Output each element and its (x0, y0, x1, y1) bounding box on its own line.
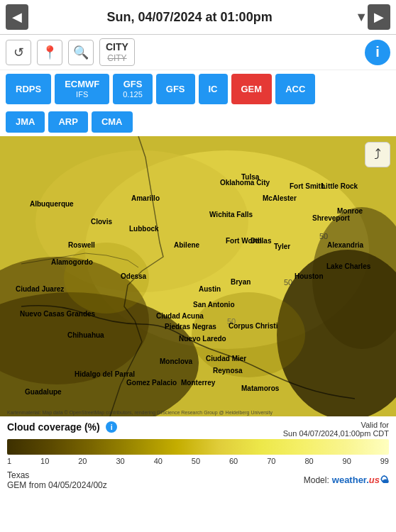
location-icon: 📍 (42, 45, 57, 60)
nav-bar: ◀ Sun, 04/07/2024 at 01:00pm ▼ ▶ (0, 0, 396, 35)
legend-label-90: 90 (343, 457, 351, 465)
legend-label-20: 20 (78, 457, 87, 465)
legend-label-70: 70 (267, 457, 275, 465)
svg-point-8 (64, 243, 149, 314)
next-button[interactable]: ▶ (368, 4, 390, 30)
model-btn-jma[interactable]: JMA (6, 111, 45, 133)
legend-area: Cloud coverage (%) i Valid for Sun 04/07… (0, 416, 396, 468)
legend-label-99: 99 (380, 457, 389, 465)
model-btn-rdps[interactable]: RDPS (6, 74, 51, 104)
legend-labels: 110203040506070809099 (7, 457, 389, 465)
footer-model-run: GEM from 04/05/2024/00z (7, 480, 107, 490)
model-btn-ic[interactable]: IC (199, 74, 228, 104)
toolbar: ↺ 📍 🔍 CITY CITY i (0, 35, 396, 70)
model-btn-arp[interactable]: ARP (48, 111, 87, 133)
refresh-button[interactable]: ↺ (6, 40, 31, 65)
map-container: 50 50 50 Kartenmaterial: Map data © Open… (0, 136, 396, 416)
legend-title-group: Cloud coverage (%) i (7, 421, 117, 433)
search-icon: 🔍 (73, 45, 89, 60)
model-row-2: JMAARPCMA (0, 108, 396, 136)
weather-map: 50 50 50 Kartenmaterial: Map data © Open… (0, 136, 396, 416)
nav-date: Sun, 04/07/2024 at 01:00pm (28, 10, 351, 25)
svg-text:50: 50 (227, 317, 236, 326)
city-button[interactable]: CITY CITY (99, 38, 135, 66)
refresh-icon: ↺ (13, 45, 24, 60)
model-btn-gfs[interactable]: GFS (156, 74, 195, 104)
location-button[interactable]: 📍 (37, 40, 62, 65)
model-btn-acc[interactable]: ACC (275, 74, 315, 104)
svg-point-7 (192, 292, 305, 377)
footer-row: Texas GEM from 04/05/2024/00z Model: wea… (0, 468, 396, 492)
model-row-1: RDPSECMWFIFSGFS0.125GFSICGEMACC (0, 70, 396, 108)
share-button[interactable]: ⤴ (365, 142, 390, 167)
legend-label-80: 80 (304, 457, 313, 465)
svg-text:50: 50 (284, 278, 292, 287)
model-btn-ecmwf[interactable]: ECMWFIFS (55, 74, 109, 104)
legend-title: Cloud coverage (%) (7, 421, 100, 433)
legend-label-10: 10 (40, 457, 49, 465)
legend-label-40: 40 (154, 457, 163, 465)
model-btn-gem[interactable]: GEM (231, 74, 273, 104)
footer-right: Model: weather.us🌤 (304, 475, 389, 485)
prev-button[interactable]: ◀ (6, 4, 28, 30)
legend-info-circle[interactable]: i (106, 421, 117, 433)
city-top-label: CITY (106, 41, 128, 53)
svg-text:Kartenmaterial: Map data © Ope: Kartenmaterial: Map data © OpenStreetMap… (7, 410, 273, 416)
model-label: Model: (304, 475, 329, 485)
model-btn-cma[interactable]: CMA (92, 111, 133, 133)
legend-label-60: 60 (229, 457, 238, 465)
legend-gradient (7, 439, 389, 455)
weather-brand: weather.us🌤 (332, 475, 389, 485)
search-button[interactable]: 🔍 (68, 40, 94, 65)
legend-label-50: 50 (192, 457, 200, 465)
model-btn-gfs125[interactable]: GFS0.125 (113, 74, 153, 104)
legend-label-1: 1 (7, 457, 11, 465)
city-bottom-label: CITY (107, 53, 126, 63)
share-icon: ⤴ (374, 146, 381, 162)
info-icon: i (375, 44, 380, 60)
footer-left: Texas GEM from 04/05/2024/00z (7, 470, 107, 490)
valid-for: Valid for Sun 04/07/2024,01:00pm CDT (283, 421, 389, 438)
info-button[interactable]: i (365, 40, 390, 65)
svg-text:50: 50 (319, 232, 328, 240)
footer-region: Texas (7, 470, 107, 480)
legend-label-30: 30 (116, 457, 124, 465)
dropdown-arrow-icon[interactable]: ▼ (355, 10, 368, 25)
